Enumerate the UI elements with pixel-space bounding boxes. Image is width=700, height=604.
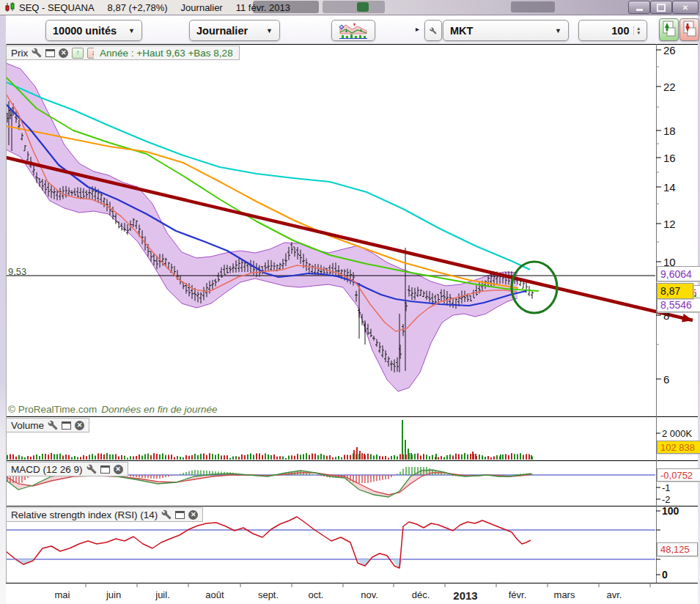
minimize-icon — [636, 9, 643, 11]
collapse-arrow[interactable]: ▸ — [416, 25, 419, 33]
last-price-tag: 8,87 — [657, 283, 693, 299]
timeframe-dropdown[interactable]: Journalier ▼ — [189, 20, 280, 41]
volume-panel-header: Volume ✕ — [6, 418, 89, 432]
month-label: juil. — [155, 589, 170, 600]
close-icon: ✕ — [682, 4, 688, 12]
price-axis-label: 26 — [663, 44, 676, 56]
month-label: juin — [106, 589, 121, 600]
rsi-axis-bottom-label: 0 — [662, 569, 668, 581]
units-dropdown-value: 10000 unités — [53, 25, 117, 37]
price-axis-label: 12 — [663, 218, 676, 230]
units-dropdown[interactable]: 10000 unités ▼ — [45, 20, 142, 41]
price-axis-label: 6 — [663, 373, 669, 386]
close-panel-icon[interactable]: ✕ — [188, 510, 198, 520]
maximize-button[interactable] — [650, 1, 672, 14]
lower-band-price-tag: 8,5546 — [657, 298, 700, 312]
quantity-input[interactable]: 100 ▴▾ — [578, 20, 647, 41]
close-panel-icon[interactable]: ✕ — [59, 48, 68, 58]
wrench-icon[interactable] — [48, 420, 58, 430]
close-button[interactable]: ✕ — [672, 1, 699, 14]
order-type-dropdown[interactable]: MKT ▼ — [443, 20, 569, 41]
window-left-border — [0, 15, 6, 604]
title-symbol: SEQ - SEQUANA — [19, 2, 95, 13]
month-label: févr. — [509, 589, 527, 600]
wrench-icon[interactable] — [86, 464, 97, 474]
price-axis-label: 16 — [663, 152, 676, 164]
detach-window-icon[interactable] — [175, 511, 185, 519]
close-panel-icon[interactable]: ✕ — [114, 465, 123, 474]
settings-wrench-button[interactable] — [424, 20, 442, 41]
buy-order-icon — [660, 19, 677, 39]
quantity-value: 100 — [586, 25, 629, 37]
timeframe-dropdown-value: Journalier — [196, 25, 248, 37]
copyright-note: © ProRealTime.comDonnées en fin de journ… — [8, 404, 218, 415]
background-window-blob — [323, 1, 385, 13]
data-note-text: Données en fin de journée — [101, 404, 217, 415]
price-axis-label: 14 — [663, 181, 676, 194]
detach-window-icon[interactable] — [100, 465, 110, 474]
title-date: 11 févr. 2013 — [236, 2, 290, 13]
wrench-icon[interactable] — [161, 509, 172, 520]
order-type-value: MKT — [450, 25, 473, 37]
month-label: déc. — [412, 589, 430, 600]
chevron-down-icon: ▼ — [128, 27, 135, 34]
sell-order-button[interactable] — [679, 18, 699, 41]
month-label: mai — [55, 589, 70, 600]
wrench-icon[interactable] — [32, 48, 42, 58]
price-panel-header: Prix ✕ ↑ ↓ — [6, 45, 104, 60]
volume-axis-label: 2 000K — [662, 428, 692, 439]
macd-value-tag: -0,0752 — [657, 468, 700, 482]
detach-window-icon[interactable] — [45, 49, 55, 57]
volume-panel-label: Volume — [11, 420, 44, 431]
quantity-stepper[interactable]: ▴▾ — [633, 26, 640, 35]
close-panel-icon[interactable]: ✕ — [75, 421, 84, 430]
month-label: nov. — [361, 589, 378, 600]
volume-value-tag: 102 838 — [657, 441, 700, 454]
month-label: août — [205, 589, 224, 600]
month-label: oct. — [309, 589, 324, 600]
sell-order-icon — [680, 19, 697, 39]
background-window-blob — [511, 1, 555, 12]
month-label: avr. — [607, 589, 622, 600]
minimize-button[interactable] — [628, 1, 650, 14]
rsi-value-tag: 48,125 — [657, 542, 698, 556]
macd-panel-label: MACD (12 26 9) — [11, 464, 83, 475]
chart-style-icon — [339, 23, 368, 39]
window-title: SEQ - SEQUANA 8,87 (+2,78%) Journalier 1… — [19, 0, 290, 15]
upper-band-price-tag: 9,6064 — [657, 266, 700, 281]
price-range-info: Année : +Haut 9,63 +Bas 8,28 — [94, 45, 240, 60]
title-price: 8,87 (+2,78%) — [108, 2, 168, 13]
macd-axis-label: -1 — [662, 482, 671, 493]
background-window-blob — [357, 2, 369, 12]
toolbar: 10000 unités ▼ Journalier ▼ ▸ MKT ▼ 100 … — [6, 15, 698, 44]
year-label: 2013 — [453, 589, 477, 602]
detach-window-icon[interactable] — [62, 421, 71, 430]
rsi-panel-label: Relative strength index (RSI) (14) — [11, 509, 158, 520]
candlestick-icon — [4, 2, 16, 12]
chevron-down-icon: ▼ — [266, 27, 273, 34]
step-down-icon: ▾ — [637, 31, 640, 35]
buy-order-button[interactable] — [659, 18, 679, 41]
window-title-bar: SEQ - SEQUANA 8,87 (+2,78%) Journalier 1… — [0, 0, 700, 15]
macd-axis-label: -2 — [662, 494, 671, 505]
horizontal-line-label: 9,53 — [8, 266, 26, 277]
wrench-icon — [430, 26, 437, 36]
chevron-down-icon: ▼ — [555, 27, 561, 34]
macd-panel-header: MACD (12 26 9) ✕ — [6, 462, 128, 476]
maximize-icon — [657, 4, 666, 12]
up-arrow-icon[interactable]: ↑ — [72, 48, 84, 59]
title-period: Journalier — [181, 2, 223, 13]
rsi-panel-header: Relative strength index (RSI) (14) ✕ — [6, 507, 203, 522]
month-label: sept. — [258, 589, 279, 600]
copyright-text: © ProRealTime.com — [8, 404, 97, 415]
price-axis-label: 22 — [663, 81, 676, 93]
price-panel-label: Prix — [11, 48, 28, 59]
rsi-axis-top-label: 100 — [662, 505, 679, 517]
chart-style-button[interactable] — [331, 20, 375, 41]
price-axis-label: 18 — [663, 125, 676, 137]
month-label: mars — [554, 589, 575, 600]
